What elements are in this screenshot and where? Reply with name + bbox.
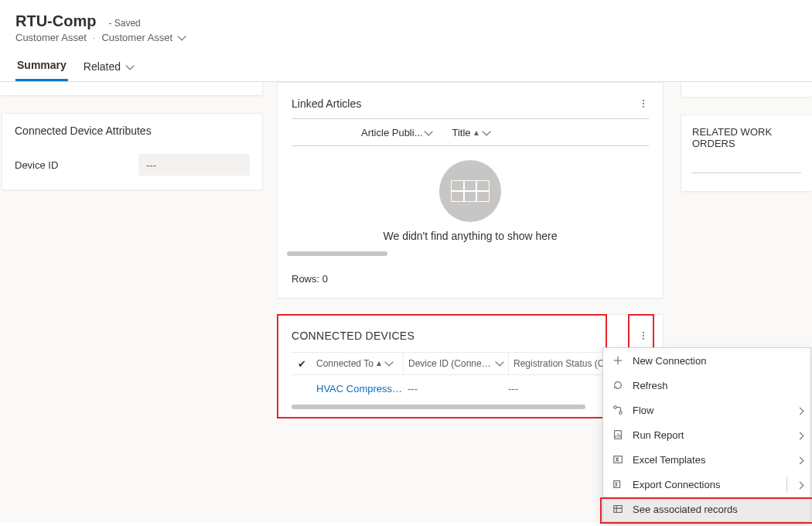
- svg-rect-4: [614, 481, 620, 488]
- empty-grid-icon: [439, 160, 501, 222]
- chevron-down-icon: [176, 32, 183, 43]
- device-id-label: Device ID: [15, 159, 138, 171]
- chevron-down-icon: [480, 127, 488, 138]
- left-card-fragment: [0, 82, 263, 96]
- column-connected-to[interactable]: Connected To: [312, 353, 403, 374]
- menu-item-label: Export Connections: [633, 479, 787, 490]
- flow-icon: [612, 405, 633, 415]
- linked-articles-card: Linked Articles Article Publi... Title W…: [277, 82, 664, 299]
- empty-state-text: We didn't find anything to show here: [292, 230, 649, 242]
- content-area: Connected Device Attributes Device ID --…: [0, 82, 812, 523]
- connected-device-attributes-card: Connected Device Attributes Device ID --…: [2, 113, 263, 190]
- horizontal-scrollbar[interactable]: [287, 251, 387, 256]
- saved-state: - Saved: [108, 18, 140, 29]
- menu-item-run-report[interactable]: Run Report: [603, 422, 810, 447]
- menu-item-excel-templates[interactable]: Excel Templates: [603, 447, 810, 472]
- plus-icon: [612, 355, 633, 366]
- column-label: Device ID (Connecte...: [408, 358, 493, 369]
- device-id-cell: ---: [403, 383, 503, 394]
- svg-rect-3: [614, 456, 623, 463]
- section-divider: [692, 172, 801, 173]
- select-all-checkbox[interactable]: ✔: [292, 358, 312, 370]
- column-label: Connected To: [316, 358, 374, 369]
- connected-to-link[interactable]: HVAC Compressor.: [312, 383, 403, 394]
- page-title: RTU-Comp: [15, 12, 96, 30]
- rows-count-label: Rows: 0: [292, 273, 649, 285]
- form-selector[interactable]: Customer Asset: [101, 32, 183, 43]
- tab-related-label: Related: [84, 60, 121, 73]
- chevron-right-icon: [797, 479, 803, 490]
- related-work-orders-title: RELATED WORK ORDERS: [692, 126, 801, 149]
- linked-articles-more-button[interactable]: [638, 97, 649, 111]
- entity-type-label: Customer Asset: [15, 32, 87, 43]
- horizontal-scrollbar[interactable]: [292, 405, 585, 409]
- sort-ascending-icon: [471, 127, 480, 138]
- related-work-orders-card: RELATED WORK ORDERS: [681, 114, 812, 192]
- vertical-divider: [786, 476, 787, 492]
- chevron-right-icon: [797, 454, 803, 466]
- chevron-down-icon: [383, 358, 391, 369]
- cda-section-title: Connected Device Attributes: [15, 125, 250, 137]
- svg-point-0: [614, 406, 617, 409]
- column-title[interactable]: Title: [452, 127, 487, 138]
- connected-devices-more-button[interactable]: [638, 329, 649, 343]
- excel-export-icon: [612, 479, 633, 490]
- breadcrumb-separator: ·: [93, 32, 96, 43]
- chevron-down-icon: [422, 127, 430, 138]
- tab-summary[interactable]: Summary: [15, 59, 68, 81]
- svg-point-1: [619, 412, 623, 415]
- chevron-down-icon: [124, 60, 131, 73]
- report-icon: [612, 429, 633, 440]
- connected-devices-title: CONNECTED DEVICES: [292, 330, 415, 342]
- registration-status-cell: ---: [503, 383, 604, 394]
- form-selector-label: Customer Asset: [101, 32, 172, 43]
- linked-articles-title: Linked Articles: [292, 97, 361, 110]
- sort-ascending-icon: [374, 358, 383, 369]
- chevron-right-icon: [797, 405, 803, 416]
- page-header: RTU-Comp - Saved Customer Asset · Custom…: [0, 0, 812, 82]
- column-label: Title: [452, 127, 470, 138]
- menu-item-label: Excel Templates: [633, 454, 787, 466]
- right-card-fragment: [681, 82, 812, 97]
- column-label: Article Publi...: [361, 127, 422, 138]
- device-id-field[interactable]: ---: [138, 154, 250, 176]
- menu-item-label: Run Report: [633, 429, 787, 441]
- tab-related[interactable]: Related: [82, 59, 133, 81]
- excel-icon: [612, 454, 633, 465]
- svg-rect-5: [614, 506, 623, 513]
- chevron-down-icon: [493, 358, 501, 369]
- menu-item-label: New Connection: [633, 355, 803, 367]
- menu-item-label: Refresh: [633, 380, 803, 391]
- tabs-bar: Summary Related: [15, 59, 797, 81]
- menu-item-new-connection[interactable]: New Connection: [603, 348, 810, 373]
- menu-item-export-connections[interactable]: Export Connections: [603, 472, 810, 497]
- menu-item-flow[interactable]: Flow: [603, 398, 810, 422]
- refresh-icon: [612, 380, 633, 391]
- menu-item-label: Flow: [633, 405, 787, 416]
- menu-item-refresh[interactable]: Refresh: [603, 373, 810, 398]
- context-menu: New Connection Refresh Flow Run Report: [602, 347, 811, 522]
- column-article-published[interactable]: Article Publi...: [361, 127, 430, 138]
- chevron-right-icon: [797, 429, 803, 441]
- table-row[interactable]: HVAC Compressor. --- ---: [292, 375, 649, 401]
- menu-item-label: See associated records: [633, 504, 803, 515]
- column-device-id[interactable]: Device ID (Connecte...: [403, 353, 508, 374]
- associated-records-icon: [612, 504, 633, 514]
- menu-item-see-associated-records[interactable]: See associated records: [603, 497, 810, 521]
